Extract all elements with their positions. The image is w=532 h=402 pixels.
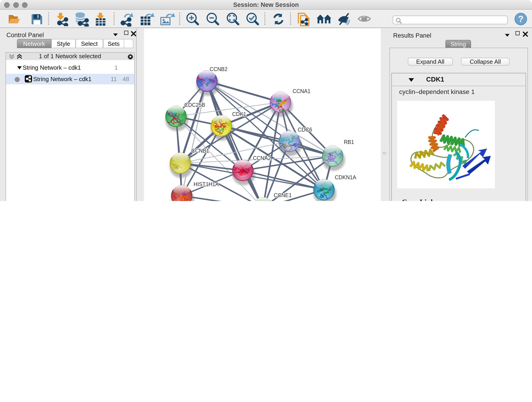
svg-text:CCNB1: CCNB1 (191, 148, 209, 154)
svg-text:CDK1: CDK1 (232, 111, 246, 117)
svg-text:CDC25B: CDC25B (184, 102, 205, 108)
svg-text:CDKN1A: CDKN1A (335, 174, 356, 180)
svg-text:HIST1H1A: HIST1H1A (194, 181, 219, 187)
svg-text:CCNB2: CCNB2 (210, 66, 228, 72)
svg-text:CCNA1: CCNA1 (293, 88, 310, 94)
svg-text:CCNE1: CCNE1 (274, 192, 292, 198)
svg-text:RB1: RB1 (344, 139, 354, 145)
svg-text:CCNA2: CCNA2 (253, 155, 271, 161)
svg-text:CDC6: CDC6 (298, 127, 312, 133)
